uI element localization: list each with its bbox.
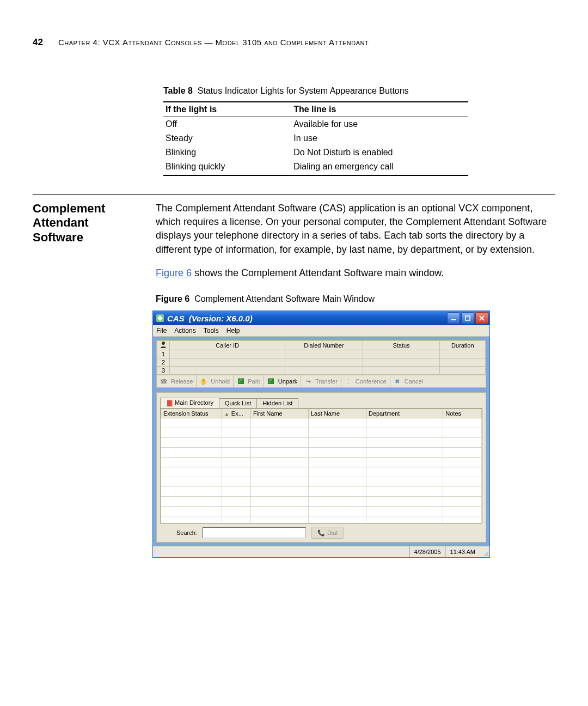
table8-caption: Table 8 Status Indicator Lights for Syst… bbox=[163, 86, 468, 96]
unpark-button[interactable]: 🅿Unpark bbox=[264, 375, 301, 387]
svg-rect-2 bbox=[465, 316, 470, 320]
minimize-button[interactable] bbox=[447, 312, 460, 324]
window-title-app: CAS bbox=[167, 314, 185, 323]
status-date: 4/28/2005 bbox=[409, 546, 445, 557]
resize-grip[interactable] bbox=[480, 546, 489, 557]
table-row[interactable] bbox=[161, 438, 482, 448]
menu-help[interactable]: Help bbox=[226, 327, 240, 334]
app-icon bbox=[156, 314, 164, 322]
col-department[interactable]: Department bbox=[366, 409, 443, 418]
tab-quick-list[interactable]: Quick List bbox=[219, 398, 257, 408]
directory-tabs: 📕Main Directory Quick List Hidden List bbox=[160, 396, 482, 408]
table-row: BlinkingDo Not Disturb is enabled bbox=[163, 145, 468, 160]
table8-caption-text: Status Indicator Lights for System Appea… bbox=[198, 86, 409, 95]
close-button[interactable] bbox=[475, 312, 488, 324]
hand-icon: ✋ bbox=[200, 378, 207, 385]
tab-hidden-list[interactable]: Hidden List bbox=[256, 398, 298, 408]
table8: If the light is The line is OffAvailable… bbox=[163, 101, 468, 176]
table-row[interactable] bbox=[161, 467, 482, 477]
menu-file[interactable]: File bbox=[156, 327, 167, 334]
svg-rect-1 bbox=[451, 319, 456, 320]
sort-asc-icon: ▲ bbox=[224, 411, 229, 417]
col-notes[interactable]: Notes bbox=[443, 409, 482, 418]
figure6-caption-label: Figure 6 bbox=[156, 294, 189, 303]
unpark-icon: 🅿 bbox=[267, 378, 275, 385]
col-ex[interactable]: ▲Ex... bbox=[222, 409, 250, 418]
dial-icon: 📞 bbox=[317, 530, 325, 537]
section-para2-after: shows the Complement Attendant Software … bbox=[192, 267, 444, 278]
book-icon: 📕 bbox=[166, 400, 173, 406]
conference-button[interactable]: ⋮Conference bbox=[341, 375, 390, 387]
col-status[interactable]: Status bbox=[363, 341, 440, 350]
window-title-version: (Version: X6.0.0) bbox=[189, 314, 253, 323]
svg-line-8 bbox=[487, 555, 488, 556]
col-caller-id[interactable]: Caller ID bbox=[170, 341, 285, 350]
col-first-name[interactable]: First Name bbox=[250, 409, 308, 418]
table8-head-line: The line is bbox=[291, 102, 468, 117]
svg-marker-0 bbox=[157, 315, 163, 321]
park-icon: 🅿 bbox=[237, 378, 244, 385]
status-bar: 4/28/2005 11:43 AM bbox=[153, 546, 489, 557]
table-row[interactable] bbox=[161, 428, 482, 438]
section-para1: The Complement Attendant Software (CAS) … bbox=[156, 202, 555, 257]
chapter-header: Chapter 4: VCX Attendant Consoles — Mode… bbox=[58, 38, 369, 47]
table-row: OffAvailable for use bbox=[163, 117, 468, 132]
maximize-button[interactable] bbox=[461, 312, 474, 324]
table-row[interactable] bbox=[161, 477, 482, 487]
conference-icon: ⋮ bbox=[345, 378, 352, 385]
search-input[interactable] bbox=[203, 527, 306, 538]
table-row[interactable] bbox=[161, 516, 482, 524]
table-row[interactable]: 2 bbox=[157, 358, 486, 367]
tab-main-directory[interactable]: 📕Main Directory bbox=[160, 398, 219, 408]
section-para2: Figure 6 shows the Complement Attendant … bbox=[156, 266, 555, 280]
table-row[interactable] bbox=[161, 497, 482, 507]
status-time: 11:43 AM bbox=[445, 546, 480, 557]
table-row[interactable] bbox=[161, 448, 482, 458]
cas-window: CAS (Version: X6.0.0) File Actions Tools… bbox=[152, 311, 490, 558]
page-number: 42 bbox=[33, 37, 43, 48]
transfer-icon: ↪ bbox=[304, 378, 312, 385]
figure6-link[interactable]: Figure 6 bbox=[156, 267, 192, 278]
directory-grid: Extension Status ▲Ex... First Name Last … bbox=[161, 409, 482, 524]
col-dialed-number[interactable]: Dialed Number bbox=[285, 341, 363, 350]
dial-button[interactable]: 📞Dial bbox=[311, 527, 344, 539]
figure6-caption: Figure 6 Complement Attendant Software M… bbox=[156, 293, 555, 305]
table-row[interactable]: 3 bbox=[157, 367, 486, 375]
svg-point-5 bbox=[162, 342, 165, 345]
figure6-caption-text: Complement Attendant Software Main Windo… bbox=[194, 294, 375, 303]
titlebar[interactable]: CAS (Version: X6.0.0) bbox=[153, 311, 489, 325]
unhold-button[interactable]: ✋Unhold bbox=[197, 375, 234, 387]
table-row[interactable] bbox=[161, 507, 482, 516]
table-row[interactable] bbox=[161, 487, 482, 497]
transfer-button[interactable]: ↪Transfer bbox=[301, 375, 341, 387]
cancel-icon: ✖ bbox=[394, 378, 401, 385]
col-duration[interactable]: Duration bbox=[440, 341, 486, 350]
menubar: File Actions Tools Help bbox=[153, 325, 489, 337]
table-row[interactable] bbox=[161, 458, 482, 467]
park-button[interactable]: 🅿Park bbox=[234, 375, 264, 387]
action-bar: ☎Release ✋Unhold 🅿Park 🅿Unpark ↪Transfer… bbox=[157, 375, 486, 387]
calls-grid: Caller ID Dialed Number Status Duration … bbox=[157, 340, 486, 375]
cancel-button[interactable]: ✖Cancel bbox=[390, 375, 426, 387]
table8-head-light: If the light is bbox=[163, 102, 291, 117]
col-extension-status[interactable]: Extension Status bbox=[161, 409, 222, 418]
table-row[interactable]: 1 bbox=[157, 350, 486, 358]
table8-caption-label: Table 8 bbox=[163, 86, 193, 95]
table-row: Blinking quicklyDialing an emergency cal… bbox=[163, 160, 468, 175]
search-label: Search: bbox=[176, 530, 197, 536]
table-row: SteadyIn use bbox=[163, 131, 468, 145]
table-row[interactable] bbox=[161, 418, 482, 428]
col-last-name[interactable]: Last Name bbox=[308, 409, 366, 418]
release-button[interactable]: ☎Release bbox=[157, 375, 197, 387]
menu-actions[interactable]: Actions bbox=[174, 327, 195, 334]
divider bbox=[33, 194, 555, 195]
person-icon bbox=[157, 341, 170, 350]
section-heading: Complement Attendant Software bbox=[33, 202, 156, 311]
phone-down-icon: ☎ bbox=[160, 378, 168, 385]
menu-tools[interactable]: Tools bbox=[204, 327, 219, 334]
